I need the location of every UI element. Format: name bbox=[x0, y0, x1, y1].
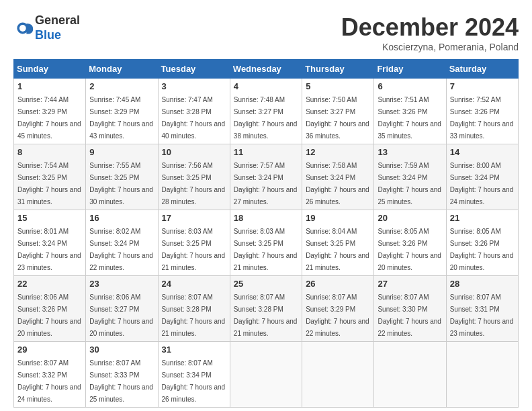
calendar-cell: 20 Sunrise: 8:05 AMSunset: 3:26 PMDaylig… bbox=[374, 210, 446, 276]
day-info: Sunrise: 8:02 AMSunset: 3:24 PMDaylight:… bbox=[89, 228, 153, 271]
day-info: Sunrise: 8:07 AMSunset: 3:28 PMDaylight:… bbox=[162, 293, 226, 337]
day-number: 13 bbox=[378, 147, 442, 157]
calendar-cell: 12 Sunrise: 7:58 AMSunset: 3:24 PMDaylig… bbox=[302, 144, 374, 210]
day-number: 1 bbox=[17, 81, 82, 91]
day-info: Sunrise: 8:06 AMSunset: 3:27 PMDaylight:… bbox=[89, 293, 153, 337]
day-info: Sunrise: 7:51 AMSunset: 3:26 PMDaylight:… bbox=[378, 96, 441, 140]
month-title: December 2024 bbox=[341, 13, 519, 42]
calendar-cell bbox=[374, 342, 446, 408]
day-number: 25 bbox=[234, 279, 298, 289]
calendar-cell bbox=[230, 342, 302, 408]
calendar-cell: 6 Sunrise: 7:51 AMSunset: 3:26 PMDayligh… bbox=[374, 79, 446, 144]
day-info: Sunrise: 8:04 AMSunset: 3:25 PMDaylight:… bbox=[306, 228, 369, 271]
calendar-week-row: 1 Sunrise: 7:44 AMSunset: 3:29 PMDayligh… bbox=[14, 79, 519, 144]
day-info: Sunrise: 8:07 AMSunset: 3:32 PMDaylight:… bbox=[17, 359, 81, 403]
logo: General Blue bbox=[13, 13, 80, 42]
header: General Blue December 2024 Koscierzyna, … bbox=[13, 13, 519, 52]
calendar-cell: 9 Sunrise: 7:55 AMSunset: 3:25 PMDayligh… bbox=[86, 144, 158, 210]
calendar-cell: 23 Sunrise: 8:06 AMSunset: 3:27 PMDaylig… bbox=[86, 276, 158, 342]
day-number: 21 bbox=[450, 213, 515, 223]
day-number: 17 bbox=[162, 213, 226, 223]
day-info: Sunrise: 7:48 AMSunset: 3:27 PMDaylight:… bbox=[234, 96, 298, 140]
calendar-cell: 28 Sunrise: 8:07 AMSunset: 3:31 PMDaylig… bbox=[446, 276, 518, 342]
day-number: 14 bbox=[450, 147, 515, 157]
day-number: 5 bbox=[306, 81, 370, 91]
calendar-cell: 29 Sunrise: 8:07 AMSunset: 3:32 PMDaylig… bbox=[14, 342, 86, 408]
calendar-cell: 15 Sunrise: 8:01 AMSunset: 3:24 PMDaylig… bbox=[14, 210, 86, 276]
calendar-cell: 25 Sunrise: 8:07 AMSunset: 3:28 PMDaylig… bbox=[230, 276, 302, 342]
calendar-cell: 17 Sunrise: 8:03 AMSunset: 3:25 PMDaylig… bbox=[158, 210, 230, 276]
day-number: 4 bbox=[234, 81, 298, 91]
day-info: Sunrise: 7:50 AMSunset: 3:27 PMDaylight:… bbox=[306, 96, 369, 140]
day-number: 24 bbox=[162, 279, 226, 289]
weekday-header-row: SundayMondayTuesdayWednesdayThursdayFrid… bbox=[14, 60, 519, 79]
day-info: Sunrise: 8:07 AMSunset: 3:30 PMDaylight:… bbox=[378, 293, 441, 337]
day-info: Sunrise: 7:44 AMSunset: 3:29 PMDaylight:… bbox=[17, 96, 81, 140]
calendar-cell: 3 Sunrise: 7:47 AMSunset: 3:28 PMDayligh… bbox=[158, 79, 230, 144]
day-info: Sunrise: 7:47 AMSunset: 3:28 PMDaylight:… bbox=[162, 96, 226, 140]
weekday-header-thursday: Thursday bbox=[302, 60, 374, 79]
day-info: Sunrise: 8:07 AMSunset: 3:33 PMDaylight:… bbox=[89, 359, 153, 403]
day-info: Sunrise: 7:57 AMSunset: 3:24 PMDaylight:… bbox=[234, 162, 298, 205]
day-info: Sunrise: 8:06 AMSunset: 3:26 PMDaylight:… bbox=[17, 293, 81, 337]
day-info: Sunrise: 8:07 AMSunset: 3:29 PMDaylight:… bbox=[306, 293, 369, 337]
calendar-week-row: 15 Sunrise: 8:01 AMSunset: 3:24 PMDaylig… bbox=[14, 210, 519, 276]
day-info: Sunrise: 8:07 AMSunset: 3:28 PMDaylight:… bbox=[234, 293, 298, 337]
calendar-cell: 18 Sunrise: 8:03 AMSunset: 3:25 PMDaylig… bbox=[230, 210, 302, 276]
location-subtitle: Koscierzyna, Pomerania, Poland bbox=[341, 42, 519, 52]
calendar-week-row: 29 Sunrise: 8:07 AMSunset: 3:32 PMDaylig… bbox=[14, 342, 519, 408]
calendar-cell: 10 Sunrise: 7:56 AMSunset: 3:25 PMDaylig… bbox=[158, 144, 230, 210]
day-info: Sunrise: 7:59 AMSunset: 3:24 PMDaylight:… bbox=[378, 162, 441, 205]
day-number: 15 bbox=[17, 213, 82, 223]
calendar-cell: 27 Sunrise: 8:07 AMSunset: 3:30 PMDaylig… bbox=[374, 276, 446, 342]
day-number: 20 bbox=[378, 213, 442, 223]
weekday-header-tuesday: Tuesday bbox=[158, 60, 230, 79]
logo-icon bbox=[16, 19, 35, 38]
weekday-header-wednesday: Wednesday bbox=[230, 60, 302, 79]
calendar-week-row: 22 Sunrise: 8:06 AMSunset: 3:26 PMDaylig… bbox=[14, 276, 519, 342]
calendar-cell: 26 Sunrise: 8:07 AMSunset: 3:29 PMDaylig… bbox=[302, 276, 374, 342]
day-info: Sunrise: 7:58 AMSunset: 3:24 PMDaylight:… bbox=[306, 162, 369, 205]
day-info: Sunrise: 7:45 AMSunset: 3:29 PMDaylight:… bbox=[89, 96, 153, 140]
calendar-cell: 14 Sunrise: 8:00 AMSunset: 3:24 PMDaylig… bbox=[446, 144, 518, 210]
day-number: 12 bbox=[306, 147, 370, 157]
day-info: Sunrise: 8:01 AMSunset: 3:24 PMDaylight:… bbox=[17, 228, 81, 271]
weekday-header-monday: Monday bbox=[86, 60, 158, 79]
calendar-cell: 2 Sunrise: 7:45 AMSunset: 3:29 PMDayligh… bbox=[86, 79, 158, 144]
day-number: 11 bbox=[234, 147, 298, 157]
calendar-cell bbox=[302, 342, 374, 408]
day-info: Sunrise: 8:07 AMSunset: 3:34 PMDaylight:… bbox=[162, 359, 226, 403]
day-number: 8 bbox=[17, 147, 82, 157]
logo-text: General Blue bbox=[35, 13, 80, 42]
calendar-cell: 13 Sunrise: 7:59 AMSunset: 3:24 PMDaylig… bbox=[374, 144, 446, 210]
day-info: Sunrise: 8:00 AMSunset: 3:24 PMDaylight:… bbox=[450, 162, 514, 205]
day-info: Sunrise: 7:56 AMSunset: 3:25 PMDaylight:… bbox=[162, 162, 226, 205]
calendar-cell: 4 Sunrise: 7:48 AMSunset: 3:27 PMDayligh… bbox=[230, 79, 302, 144]
day-info: Sunrise: 8:03 AMSunset: 3:25 PMDaylight:… bbox=[162, 228, 226, 271]
calendar-cell: 24 Sunrise: 8:07 AMSunset: 3:28 PMDaylig… bbox=[158, 276, 230, 342]
calendar-cell: 11 Sunrise: 7:57 AMSunset: 3:24 PMDaylig… bbox=[230, 144, 302, 210]
day-info: Sunrise: 7:54 AMSunset: 3:25 PMDaylight:… bbox=[17, 162, 81, 205]
day-number: 3 bbox=[162, 81, 226, 91]
day-info: Sunrise: 8:03 AMSunset: 3:25 PMDaylight:… bbox=[234, 228, 298, 271]
title-area: December 2024 Koscierzyna, Pomerania, Po… bbox=[341, 13, 519, 52]
calendar-week-row: 8 Sunrise: 7:54 AMSunset: 3:25 PMDayligh… bbox=[14, 144, 519, 210]
calendar-cell: 30 Sunrise: 8:07 AMSunset: 3:33 PMDaylig… bbox=[86, 342, 158, 408]
calendar-cell: 31 Sunrise: 8:07 AMSunset: 3:34 PMDaylig… bbox=[158, 342, 230, 408]
day-info: Sunrise: 8:07 AMSunset: 3:31 PMDaylight:… bbox=[450, 293, 514, 337]
calendar-cell: 21 Sunrise: 8:05 AMSunset: 3:26 PMDaylig… bbox=[446, 210, 518, 276]
calendar-cell bbox=[446, 342, 518, 408]
day-number: 9 bbox=[89, 147, 154, 157]
day-number: 31 bbox=[162, 345, 226, 355]
calendar-cell: 7 Sunrise: 7:52 AMSunset: 3:26 PMDayligh… bbox=[446, 79, 518, 144]
day-info: Sunrise: 8:05 AMSunset: 3:26 PMDaylight:… bbox=[378, 228, 441, 271]
calendar-cell: 19 Sunrise: 8:04 AMSunset: 3:25 PMDaylig… bbox=[302, 210, 374, 276]
day-number: 19 bbox=[306, 213, 370, 223]
calendar-table: SundayMondayTuesdayWednesdayThursdayFrid… bbox=[13, 59, 519, 408]
day-number: 23 bbox=[89, 279, 154, 289]
day-number: 22 bbox=[17, 279, 82, 289]
day-number: 6 bbox=[378, 81, 442, 91]
day-number: 29 bbox=[17, 345, 82, 355]
day-number: 30 bbox=[89, 345, 154, 355]
day-number: 26 bbox=[306, 279, 370, 289]
